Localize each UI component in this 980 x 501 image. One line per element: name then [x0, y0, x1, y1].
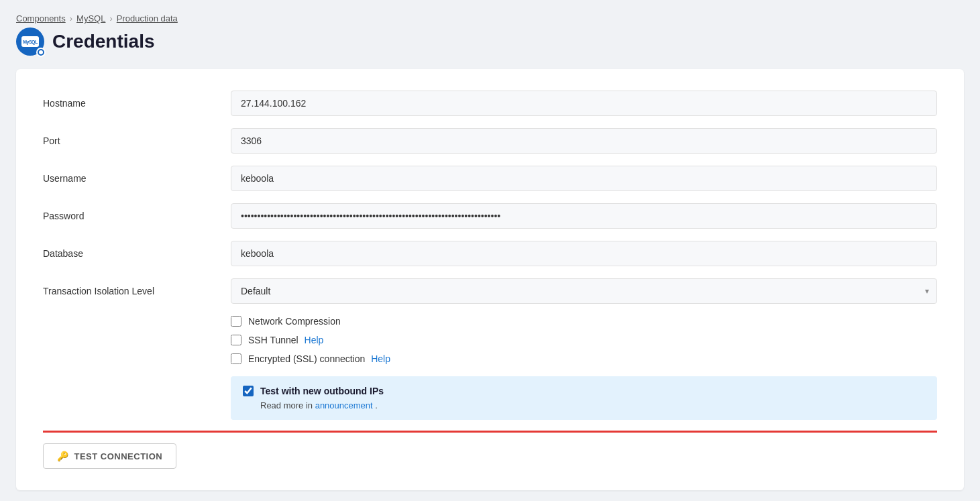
password-row: Password: [43, 203, 937, 229]
page-title: Credentials: [52, 31, 155, 52]
breadcrumb-sep-1: ›: [70, 13, 72, 23]
username-input[interactable]: [231, 166, 937, 191]
page-header: MySQL Credentials: [16, 27, 964, 56]
ssl-connection-checkbox[interactable]: [231, 353, 241, 364]
transaction-isolation-select-wrapper: Default READ UNCOMMITTED READ COMMITTED …: [231, 278, 937, 304]
mysql-logo: MySQL: [16, 27, 44, 56]
hostname-label: Hostname: [43, 98, 231, 109]
port-row: Port: [43, 128, 937, 154]
mysql-logo-text: MySQL: [21, 36, 39, 47]
test-connection-label: TEST CONNECTION: [74, 451, 163, 461]
breadcrumb-production-data[interactable]: Production data: [117, 13, 178, 23]
hostname-row: Hostname: [43, 91, 937, 116]
database-row: Database: [43, 241, 937, 266]
ssh-tunnel-checkbox[interactable]: [231, 335, 241, 345]
breadcrumb-sep-2: ›: [109, 13, 112, 23]
password-label: Password: [43, 211, 231, 221]
database-label: Database: [43, 248, 231, 259]
breadcrumb-mysql[interactable]: MySQL: [76, 13, 105, 23]
port-input[interactable]: [231, 128, 937, 154]
test-connection-button[interactable]: 🔑 TEST CONNECTION: [43, 443, 176, 469]
red-divider: [43, 431, 937, 433]
hostname-input[interactable]: [231, 91, 937, 116]
ssl-connection-label: Encrypted (SSL) connection Help: [248, 353, 390, 364]
username-label: Username: [43, 173, 231, 184]
outbound-ip-description: Read more in announcement .: [260, 400, 925, 410]
transaction-isolation-row: Transaction Isolation Level Default READ…: [43, 278, 937, 304]
announcement-link[interactable]: announcement: [315, 400, 373, 410]
key-icon: 🔑: [57, 451, 69, 461]
breadcrumb: Components › MySQL › Production data: [16, 13, 964, 23]
checkboxes-section: Network Compression SSH Tunnel Help Encr…: [231, 316, 937, 364]
port-label: Port: [43, 135, 231, 146]
transaction-isolation-label: Transaction Isolation Level: [43, 286, 231, 296]
outbound-ip-checkbox[interactable]: [243, 386, 254, 396]
network-compression-checkbox[interactable]: [231, 316, 241, 327]
ssh-tunnel-label: SSH Tunnel Help: [248, 335, 323, 345]
mysql-logo-badge: [36, 48, 46, 57]
ssl-connection-help-link[interactable]: Help: [371, 353, 390, 364]
ssh-tunnel-row: SSH Tunnel Help: [231, 335, 937, 345]
outbound-ip-box: Test with new outbound IPs Read more in …: [231, 376, 937, 420]
password-input[interactable]: [231, 203, 937, 229]
transaction-isolation-select[interactable]: Default READ UNCOMMITTED READ COMMITTED …: [231, 278, 937, 304]
credentials-card: Hostname Port Username Password Database…: [16, 69, 964, 490]
outbound-ip-title: Test with new outbound IPs: [260, 386, 384, 396]
ssh-tunnel-help-link[interactable]: Help: [305, 335, 324, 345]
breadcrumb-components[interactable]: Components: [16, 13, 66, 23]
ssl-connection-row: Encrypted (SSL) connection Help: [231, 353, 937, 364]
username-row: Username: [43, 166, 937, 191]
outbound-ip-checkbox-row: Test with new outbound IPs: [243, 386, 925, 396]
network-compression-label: Network Compression: [248, 316, 341, 327]
database-input[interactable]: [231, 241, 937, 266]
network-compression-row: Network Compression: [231, 316, 937, 327]
